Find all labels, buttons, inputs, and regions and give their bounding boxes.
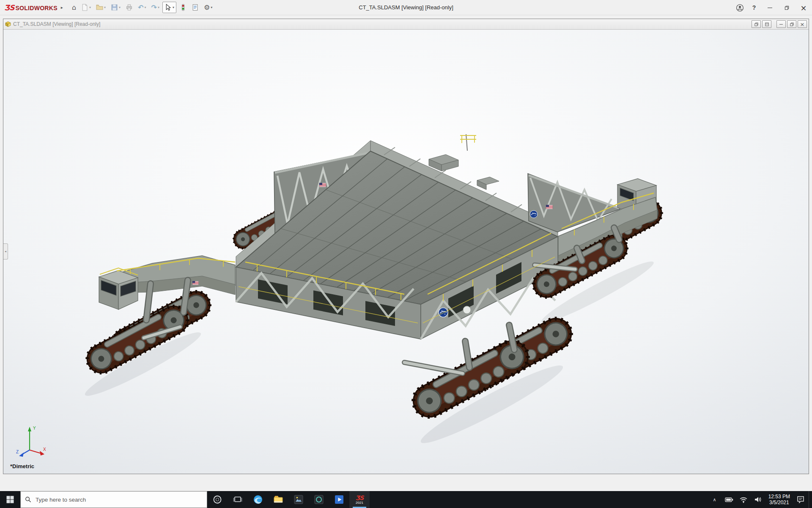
action-center-button[interactable] (794, 491, 807, 508)
quick-access-toolbar: ⌂ ▾ ▾ ▾ ↶ ▾ ↷ ▾ ▾ (70, 2, 214, 13)
close-button[interactable]: × (795, 0, 812, 15)
dropdown-caret[interactable]: ▾ (158, 6, 159, 9)
undo-icon: ↶ (138, 4, 143, 11)
orientation-triad[interactable]: Y X Z (14, 424, 48, 459)
taskbar-clock[interactable]: 12:53 PM 3/5/2021 (766, 494, 793, 505)
help-button[interactable]: ? (747, 0, 761, 15)
redo-button[interactable]: ↷ ▾ (149, 2, 162, 13)
triad-y-label: Y (33, 426, 36, 431)
system-tray: ∧ 12:53 PM 3/5/2021 (708, 491, 812, 508)
solidworks-year-badge: 2021 (356, 501, 363, 505)
photos-app-icon (293, 494, 304, 505)
home-button[interactable]: ⌂ (70, 2, 78, 13)
gear-icon: ⚙ (204, 4, 210, 11)
viewport-3d[interactable]: ◂ Y X Z *Dimetric (3, 30, 809, 474)
taskbar-search[interactable] (20, 491, 207, 508)
task-view-icon (233, 494, 243, 505)
search-input[interactable] (36, 497, 203, 503)
task-view-button[interactable] (228, 491, 248, 508)
dropdown-caret[interactable]: ▾ (211, 6, 212, 9)
document-titlebar[interactable]: CT_TA.SLDASM [Viewing] [Read-only] × (3, 19, 809, 30)
dropdown-caret[interactable]: ▾ (173, 6, 174, 9)
chevron-up-icon: ∧ (713, 497, 716, 502)
file-explorer-icon (273, 494, 284, 505)
rebuild-button[interactable] (177, 2, 189, 13)
document-window: CT_TA.SLDASM [Viewing] [Read-only] × (3, 19, 809, 474)
titlebar-right-controls: ? × (732, 0, 812, 15)
minimize-button[interactable] (761, 0, 778, 15)
battery-icon (724, 495, 734, 504)
volume-status[interactable] (752, 491, 764, 508)
cortana-icon (212, 494, 222, 505)
start-button[interactable] (0, 491, 20, 508)
document-window-buttons: × (750, 20, 807, 28)
status-bar (0, 475, 812, 491)
dropdown-caret[interactable]: ▾ (144, 6, 146, 9)
tray-overflow-button[interactable]: ∧ (708, 491, 721, 508)
brand-mark: ƷS (4, 3, 14, 12)
speaker-icon (753, 495, 763, 504)
window-title: CT_TA.SLDASM [Viewing] [Read-only] (359, 4, 453, 11)
media-player-icon (313, 494, 324, 505)
account-button[interactable] (732, 0, 747, 15)
solidworks-logo-mark: ƷS (356, 495, 364, 501)
battery-status[interactable] (723, 491, 735, 508)
photos-app-button[interactable] (288, 491, 309, 508)
file-properties-button[interactable] (189, 2, 201, 13)
cascade-icon (754, 22, 759, 27)
search-icon (25, 496, 31, 503)
action-center-icon (796, 495, 805, 504)
new-document-icon (81, 4, 88, 11)
solidworks-logo: ƷS SOLIDWORKS (4, 3, 58, 12)
doc-close-icon: × (800, 21, 805, 28)
network-status[interactable] (737, 491, 750, 508)
user-account-icon (736, 4, 744, 12)
panel-collapse-icon: ◂ (5, 250, 6, 253)
feature-manager-collapse-tab[interactable]: ◂ (3, 243, 8, 260)
dropdown-caret[interactable]: ▾ (119, 6, 121, 9)
doc-window-button-2[interactable] (762, 20, 771, 28)
wifi-icon (739, 495, 748, 504)
clock-time: 12:53 PM (768, 494, 790, 500)
windows-logo-icon (6, 496, 14, 503)
media-player-button[interactable] (309, 491, 329, 508)
edge-button[interactable] (248, 491, 268, 508)
dropdown-caret[interactable]: ▾ (104, 6, 106, 9)
solidworks-app-button[interactable]: ƷS 2021 (349, 491, 370, 508)
solidworks-app-icon: ƷS 2021 (356, 495, 364, 505)
cortana-button[interactable] (207, 491, 228, 508)
assembly-document-icon (5, 21, 11, 27)
edge-icon (252, 494, 263, 505)
open-button[interactable]: ▾ (94, 2, 108, 13)
doc-window-button-1[interactable] (752, 20, 761, 28)
app-titlebar: ƷS SOLIDWORKS ▸ ⌂ ▾ ▾ ▾ ↶ ▾ ↷ ▾ ▾ (0, 0, 812, 15)
select-cursor-icon (165, 4, 172, 11)
minimize-icon (768, 8, 772, 8)
crawler-transporter-model (3, 30, 809, 474)
restore-icon (784, 5, 790, 11)
movies-tv-icon (334, 494, 345, 505)
clock-date: 3/5/2021 (768, 500, 790, 505)
file-explorer-button[interactable] (268, 491, 288, 508)
file-properties-icon (192, 4, 199, 11)
movies-tv-button[interactable] (329, 491, 349, 508)
close-icon: × (800, 3, 807, 12)
new-document-button[interactable]: ▾ (79, 2, 93, 13)
rebuild-icon (179, 4, 187, 11)
select-tool-button[interactable]: ▾ (162, 2, 176, 13)
print-button[interactable] (123, 2, 135, 13)
undo-button[interactable]: ↶ ▾ (136, 2, 148, 13)
show-desktop-button[interactable] (809, 491, 811, 508)
menu-flyout-arrow[interactable]: ▸ (61, 5, 63, 10)
save-icon (111, 4, 118, 11)
doc-restore-button[interactable] (787, 20, 796, 28)
dropdown-caret[interactable]: ▾ (89, 6, 91, 9)
options-button[interactable]: ⚙ ▾ (202, 2, 214, 13)
save-button[interactable]: ▾ (109, 2, 123, 13)
doc-minimize-button[interactable] (776, 20, 786, 28)
view-orientation-label: *Dimetric (10, 463, 34, 469)
doc-close-button[interactable]: × (798, 20, 807, 28)
triad-z-label: Z (16, 450, 19, 454)
restore-button[interactable] (778, 0, 795, 15)
redo-icon: ↷ (151, 4, 157, 11)
